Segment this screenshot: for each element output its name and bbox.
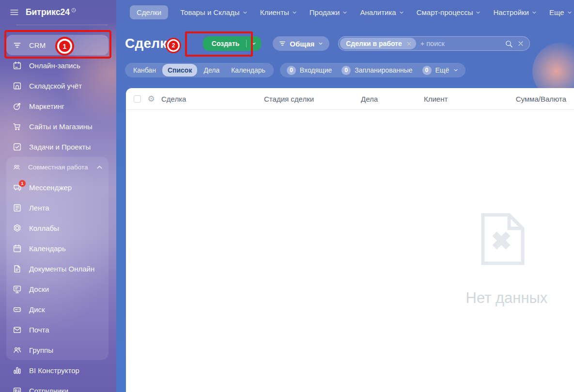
tab-list[interactable]: Список <box>162 64 198 76</box>
nav-deals[interactable]: Сделки <box>130 5 168 19</box>
chevron-down-icon <box>292 10 297 15</box>
counter-label: Ещё <box>435 66 450 74</box>
document-icon <box>13 264 22 273</box>
filter-tag-label: Сделки в работе <box>346 40 402 47</box>
bitrix24-app: Битрикс24 CRM Онлайн-запись Складской уч… <box>0 0 574 392</box>
sidebar-item-label: Диск <box>29 305 45 314</box>
column-header-client[interactable]: Клиент <box>424 95 516 103</box>
sidebar-item-tasks-projects[interactable]: Задачи и Проекты <box>6 136 109 157</box>
table-header-row: ⚙ Сделка Стадия сделки Дела Клиент Сумма… <box>126 88 574 110</box>
remove-tag-icon[interactable] <box>406 41 412 46</box>
sidebar-item-crm[interactable]: CRM <box>6 35 109 55</box>
nav-label: Аналитика <box>360 8 396 16</box>
chevron-down-icon <box>242 10 248 15</box>
chevron-down-icon <box>567 10 573 15</box>
sidebar-item-employees[interactable]: Сотрудники <box>6 380 109 392</box>
nav-label: Продажи <box>310 8 340 16</box>
grid-settings-gear-icon[interactable]: ⚙ <box>147 95 155 103</box>
hamburger-menu-icon[interactable] <box>10 8 19 17</box>
tab-activities[interactable]: Дела <box>198 64 225 76</box>
counter-planned[interactable]: 0 Запланированные <box>341 66 412 75</box>
counter-incoming[interactable]: 0 Входящие <box>287 66 332 75</box>
tab-kanban[interactable]: Канбан <box>128 64 161 76</box>
column-header-stage[interactable]: Стадия сделки <box>264 95 361 103</box>
sidebar-item-boards[interactable]: Доски <box>6 279 109 299</box>
app-logo[interactable]: Битрикс24 <box>26 7 76 17</box>
id-card-icon <box>13 386 22 392</box>
create-dropdown[interactable] <box>247 41 261 46</box>
nav-products-warehouses[interactable]: Товары и Склады <box>180 8 248 16</box>
sidebar: Битрикс24 CRM Онлайн-запись Складской уч… <box>0 0 116 392</box>
nav-more[interactable]: Еще <box>549 8 573 16</box>
column-header-deal[interactable]: Сделка <box>161 95 264 103</box>
logo-text: Битрикс24 <box>26 7 70 17</box>
sidebar-item-label: Складской учёт <box>29 82 82 90</box>
select-all-checkbox[interactable] <box>134 95 141 103</box>
board-icon <box>13 285 22 294</box>
chat-icon: 1 <box>13 183 22 192</box>
page-title: Сделки <box>125 36 175 51</box>
sidebar-item-sites-stores[interactable]: Сайты и Магазины <box>6 116 109 136</box>
main-area: Сделки Товары и Склады Клиенты Продажи А… <box>116 0 574 392</box>
column-header-amount[interactable]: Сумма/Валюта <box>516 95 566 103</box>
hexagon-icon <box>13 224 22 233</box>
sidebar-item-label: Сайты и Магазины <box>29 122 93 131</box>
sidebar-group-header-collaboration[interactable]: Совместная работа <box>6 157 109 177</box>
calendar-icon <box>13 244 22 253</box>
chevron-down-icon <box>399 10 404 15</box>
counter-filters: 0 Входящие 0 Запланированные 0 Ещё <box>280 63 465 77</box>
sidebar-item-online-booking[interactable]: Онлайн-запись <box>6 55 109 75</box>
sidebar-item-bi-builder[interactable]: BI Конструктор <box>6 360 109 380</box>
sidebar-item-messenger[interactable]: 1 Мессенджер <box>6 177 109 197</box>
filter-tag[interactable]: Сделки в работе <box>340 38 416 49</box>
sidebar-header: Битрикс24 <box>0 0 116 24</box>
sidebar-item-calendar[interactable]: Календарь <box>6 238 109 258</box>
create-button[interactable]: Создать <box>203 36 262 51</box>
sidebar-item-label: Мессенджер <box>29 183 72 192</box>
sidebar-item-feed[interactable]: Лента <box>6 197 109 218</box>
sidebar-item-label: Календарь <box>29 244 66 253</box>
search-icon[interactable] <box>505 40 513 48</box>
tab-calendar[interactable]: Календарь <box>226 64 271 76</box>
sidebar-item-label: Сотрудники <box>29 387 68 392</box>
sidebar-item-marketing[interactable]: Маркетинг <box>6 96 109 116</box>
sidebar-item-label: Доски <box>29 285 49 293</box>
nav-label: Сделки <box>137 8 161 16</box>
column-header-activities[interactable]: Дела <box>361 95 424 103</box>
nav-label: Товары и Склады <box>180 8 240 16</box>
sidebar-item-groups[interactable]: Группы <box>6 340 109 360</box>
funnel-filter-button[interactable]: Общая <box>273 36 329 51</box>
nav-label: Настройки <box>493 8 529 16</box>
chevron-up-icon[interactable] <box>95 163 104 171</box>
chevron-down-icon <box>531 10 537 15</box>
sidebar-item-disk[interactable]: Диск <box>6 299 109 319</box>
warehouse-icon <box>13 81 22 90</box>
sidebar-group-collaboration: Совместная работа 1 Мессенджер Лента Кол… <box>6 157 109 360</box>
counter-more[interactable]: 0 Ещё <box>422 66 459 75</box>
mail-icon <box>13 325 22 334</box>
nav-clients[interactable]: Клиенты <box>260 8 297 16</box>
nav-smart-processes[interactable]: Смарт-процессы <box>417 8 481 16</box>
no-data-document-icon <box>477 212 527 266</box>
clock-icon <box>71 8 76 13</box>
disk-icon <box>13 305 22 314</box>
page-header: Сделки Создать Общая Сделки в работе + п… <box>116 24 574 63</box>
sidebar-item-label: Коллабы <box>29 224 59 232</box>
sidebar-item-collabs[interactable]: Коллабы <box>6 218 109 238</box>
funnel-icon <box>279 40 286 47</box>
sidebar-item-label: BI Конструктор <box>29 366 79 375</box>
sidebar-menu: CRM Онлайн-запись Складской учёт Маркети… <box>0 30 116 392</box>
calendar-clock-icon <box>13 61 22 70</box>
funnel-icon <box>13 41 22 50</box>
sidebar-group-label: Совместная работа <box>28 164 88 171</box>
search-bar[interactable]: Сделки в работе + поиск <box>338 36 530 51</box>
sidebar-item-mail[interactable]: Почта <box>6 319 109 340</box>
nav-settings[interactable]: Настройки <box>493 8 537 16</box>
nav-analytics[interactable]: Аналитика <box>360 8 404 16</box>
search-placeholder[interactable]: + поиск <box>420 40 500 47</box>
sidebar-item-inventory[interactable]: Складской учёт <box>6 75 109 96</box>
counter-label: Запланированные <box>355 66 412 74</box>
nav-sales[interactable]: Продажи <box>310 8 348 16</box>
clear-search-icon[interactable] <box>517 40 524 47</box>
sidebar-item-docs-online[interactable]: Документы Онлайн <box>6 258 109 279</box>
